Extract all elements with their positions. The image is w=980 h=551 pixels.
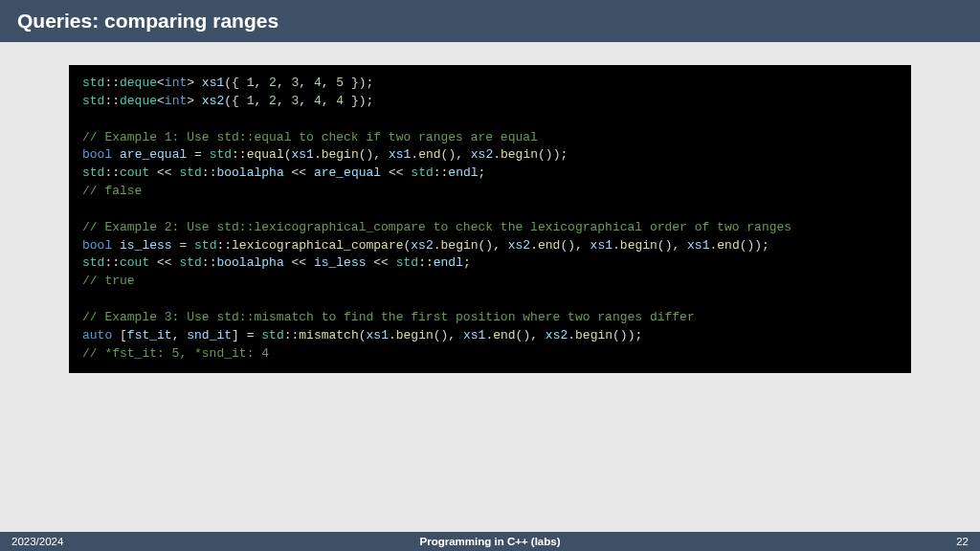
comment-example-1: // Example 1: Use std::equal to check if… — [82, 130, 538, 144]
footer-year: 2023/2024 — [11, 536, 63, 547]
comment-result-1: // false — [82, 184, 142, 198]
slide-header: Queries: comparing ranges — [0, 0, 980, 42]
comment-example-3: // Example 3: Use std::mismatch to find … — [82, 310, 695, 324]
comment-result-3: // *fst_it: 5, *snd_it: 4 — [82, 346, 269, 361]
comment-result-2: // true — [82, 274, 135, 288]
slide-footer: 2023/2024 Programming in C++ (labs) 22 — [0, 532, 980, 551]
slide-title: Queries: comparing ranges — [17, 10, 278, 32]
code-block: std::deque<int> xs1({ 1, 2, 3, 4, 5 }); … — [69, 65, 911, 373]
footer-page-number: 22 — [956, 536, 969, 547]
footer-title: Programming in C++ (labs) — [420, 536, 561, 547]
slide-content: std::deque<int> xs1({ 1, 2, 3, 4, 5 }); … — [0, 42, 980, 396]
comment-example-2: // Example 2: Use std::lexicographical_c… — [82, 220, 791, 234]
